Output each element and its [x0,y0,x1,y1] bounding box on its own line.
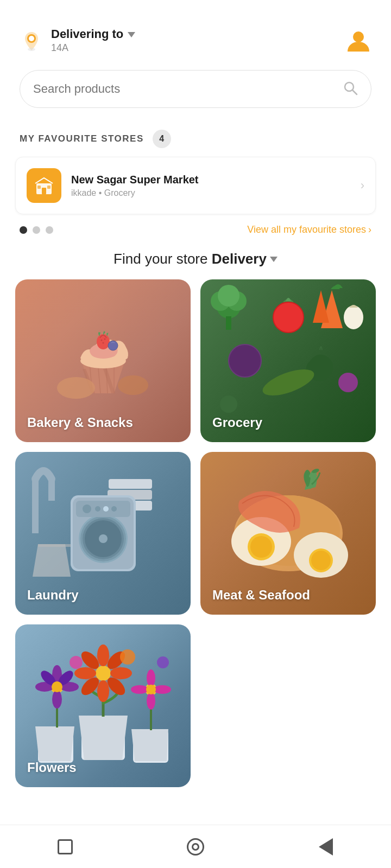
svg-point-24 [118,375,148,395]
category-card-meat[interactable]: Meat & Seafood [200,452,376,615]
bakery-label: Bakery & Snacks [27,415,133,430]
delivering-label: Delivering to [51,27,123,41]
svg-point-20 [102,342,104,344]
svg-point-75 [74,667,96,679]
svg-point-74 [97,680,109,702]
svg-point-62 [311,551,331,570]
bottom-nav [0,825,391,868]
svg-point-18 [100,340,102,341]
store-name: New Sagar Super Market [71,174,351,186]
svg-rect-38 [109,479,152,489]
flowers-visual [15,624,191,765]
svg-point-50 [95,506,100,512]
category-grid: Bakery & Snacks [0,279,391,841]
meat-label: Meat & Seafood [212,588,310,603]
svg-point-98 [157,656,169,668]
svg-point-35 [338,373,358,392]
svg-point-37 [344,305,363,329]
nav-circle-inner-icon [192,843,199,851]
store-info: New Sagar Super Market ikkade • Grocery [71,174,351,198]
nav-back-button[interactable] [304,831,348,863]
svg-point-89 [52,681,62,692]
section-title: MY FAVOURITE STORES [20,133,144,144]
delivering-row[interactable]: Delivering to [51,27,135,41]
svg-point-52 [111,506,117,512]
delivering-chevron-icon [128,32,135,37]
svg-point-17 [97,334,110,349]
store-card[interactable]: New Sagar Super Market ikkade • Grocery … [15,157,376,214]
svg-point-92 [147,692,155,710]
flowers-label: Flowers [27,760,77,775]
svg-point-76 [110,667,132,679]
delivering-info: Delivering to 14A [51,27,135,54]
grocery-label: Grocery [212,415,262,430]
nav-home-circle-button[interactable] [174,831,217,863]
svg-point-23 [57,377,95,399]
svg-point-81 [97,667,110,680]
search-icon [343,80,358,98]
dot-1 [20,226,27,234]
svg-rect-8 [37,186,41,189]
nav-circle-icon [187,838,204,856]
find-store-prefix: Find your store [113,251,207,267]
view-all-arrow-icon: › [368,224,371,235]
svg-point-1 [29,36,34,41]
header: Delivering to 14A [0,0,391,65]
svg-point-84 [52,690,62,709]
svg-rect-9 [47,186,51,189]
svg-point-36 [220,395,237,413]
dot-3 [46,226,53,234]
svg-line-5 [352,90,357,94]
search-input[interactable] [33,82,336,96]
nav-home-button[interactable] [43,831,87,863]
bakery-visual [15,279,191,420]
svg-rect-7 [42,188,46,194]
find-store-header: Find your store Delivery [0,241,391,279]
category-card-flowers[interactable]: Flowers [15,624,191,787]
view-all-stores-link[interactable]: View all my favourite stores › [247,224,371,235]
svg-rect-29 [226,316,231,330]
svg-point-59 [250,536,272,558]
dot-2 [33,226,40,234]
svg-point-47 [99,534,108,543]
meat-visual [200,452,376,593]
svg-point-2 [28,48,35,51]
svg-point-19 [104,339,105,340]
svg-point-49 [83,505,91,513]
nav-square-icon [58,839,73,854]
stores-count-badge: 4 [153,130,171,148]
favourite-stores-header: MY FAVOURITE STORES 4 [0,119,391,157]
svg-point-28 [218,285,239,307]
store-icon [27,168,61,203]
grocery-visual [200,279,376,420]
laundry-visual [15,452,191,593]
location-pin-icon [20,29,43,53]
svg-point-73 [97,644,109,666]
profile-button[interactable] [345,28,371,54]
svg-point-91 [147,669,155,687]
nav-back-icon [319,838,333,856]
address-text: 14A [51,42,135,54]
svg-point-3 [353,31,364,42]
view-all-label: View all my favourite stores [247,224,366,235]
category-card-grocery[interactable]: Grocery [200,279,376,442]
svg-point-93 [131,685,148,694]
category-card-bakery[interactable]: Bakery & Snacks [15,279,191,442]
header-left: Delivering to 14A [20,27,135,54]
svg-point-94 [154,685,171,694]
delivery-mode-label: Delivery [212,251,267,267]
store-chevron-icon: › [361,178,364,193]
svg-point-95 [146,685,156,694]
store-subtitle: ikkade • Grocery [71,188,351,198]
delivery-mode-selector[interactable]: Delivery [212,251,278,267]
svg-point-96 [120,649,135,665]
search-bar[interactable] [20,70,371,108]
svg-point-97 [70,656,83,669]
store-footer: View all my favourite stores › [0,214,391,241]
search-container [0,65,391,119]
carousel-dots [20,226,53,234]
delivery-chevron-icon [270,257,278,262]
laundry-label: Laundry [27,588,79,603]
svg-point-51 [103,506,109,512]
category-card-laundry[interactable]: Laundry [15,452,191,615]
